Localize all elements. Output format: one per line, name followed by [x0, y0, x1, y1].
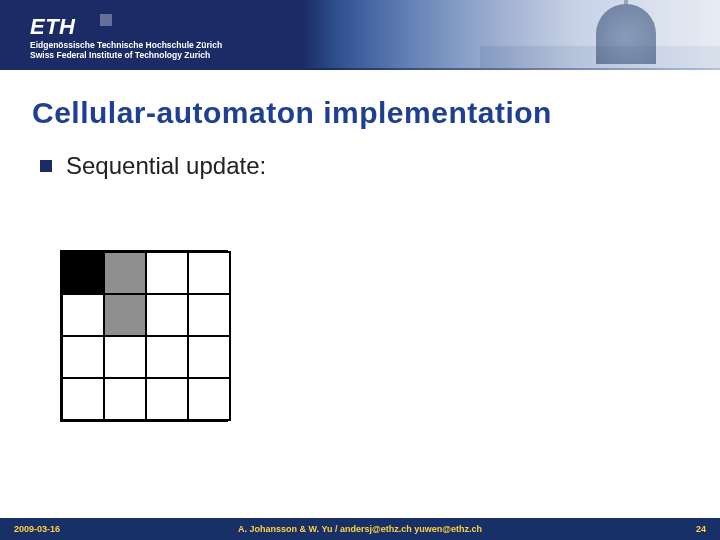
cell-1-1 — [103, 293, 147, 337]
bullet-square-icon — [40, 160, 52, 172]
grid-4x4 — [60, 250, 228, 422]
eth-subtitle: Eidgenössische Technische Hochschule Zür… — [30, 40, 222, 60]
bullet-item: Sequential update: — [40, 152, 266, 180]
footer-date: 2009-03-16 — [14, 524, 60, 534]
dome-graphic — [596, 4, 656, 64]
cell-3-0 — [61, 377, 105, 421]
cell-1-2 — [145, 293, 189, 337]
cell-0-3 — [187, 251, 231, 295]
cell-0-1 — [103, 251, 147, 295]
footer-authors: A. Johansson & W. Yu / andersj@ethz.ch y… — [238, 524, 482, 534]
eth-subtitle-line1: Eidgenössische Technische Hochschule Zür… — [30, 40, 222, 50]
cell-3-1 — [103, 377, 147, 421]
cell-1-3 — [187, 293, 231, 337]
bullet-text: Sequential update: — [66, 152, 266, 180]
cell-0-0 — [61, 251, 105, 295]
cell-2-3 — [187, 335, 231, 379]
cell-2-0 — [61, 335, 105, 379]
cell-3-2 — [145, 377, 189, 421]
eth-subtitle-line2: Swiss Federal Institute of Technology Zu… — [30, 50, 210, 60]
cell-2-2 — [145, 335, 189, 379]
slide-title: Cellular-automaton implementation — [32, 96, 552, 130]
automaton-grid — [60, 250, 228, 422]
cell-3-3 — [187, 377, 231, 421]
eth-logo: ETH — [30, 14, 76, 40]
header-band: ETH Eidgenössische Technische Hochschule… — [0, 0, 720, 68]
footer-page-number: 24 — [696, 524, 706, 534]
cell-1-0 — [61, 293, 105, 337]
footer-bar: 2009-03-16 A. Johansson & W. Yu / anders… — [0, 518, 720, 540]
cell-2-1 — [103, 335, 147, 379]
header-rule — [0, 68, 720, 70]
eth-logo-accent — [100, 14, 112, 26]
cell-0-2 — [145, 251, 189, 295]
slide: ETH Eidgenössische Technische Hochschule… — [0, 0, 720, 540]
